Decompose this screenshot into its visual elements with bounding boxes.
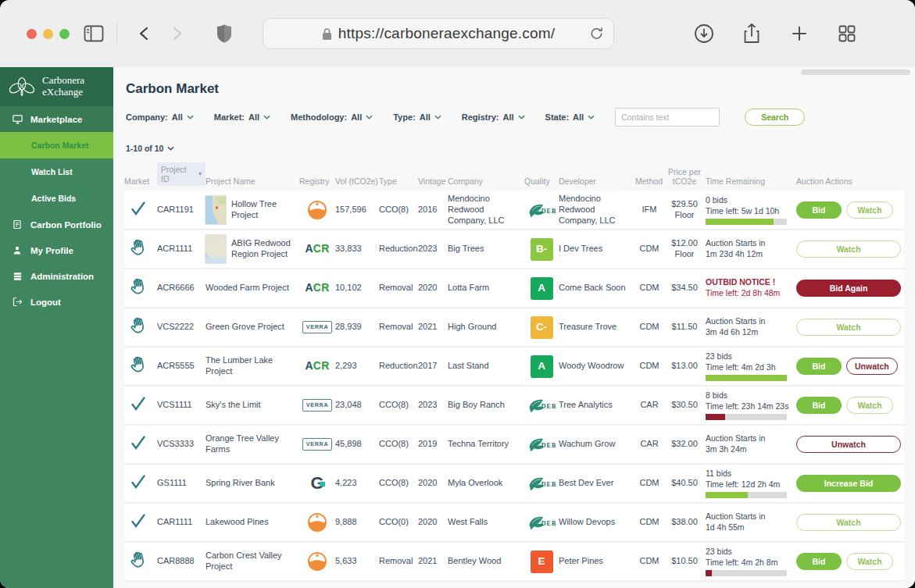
company: Techna Territory (448, 439, 524, 450)
project-id: CAR1191 (157, 205, 206, 216)
back-icon[interactable] (138, 26, 150, 41)
filter-type[interactable]: Type:All (393, 112, 441, 122)
unwatch-button[interactable]: Unwatch (846, 358, 898, 375)
hand-icon (127, 354, 149, 376)
column-header-price-per-tco2e[interactable]: Price per tCO2e (663, 167, 706, 186)
filter-state[interactable]: State:All (545, 112, 595, 122)
close-window-icon[interactable] (27, 29, 37, 39)
market-type-icon-cell (124, 472, 157, 494)
column-header-type[interactable]: Type (379, 176, 418, 186)
quality-cell: DEB (524, 436, 559, 453)
volume: 23,048 (335, 400, 379, 411)
shield-icon[interactable] (216, 23, 233, 44)
sidebar-item-my-profile[interactable]: My Profile (0, 237, 113, 263)
registry-logo: VERRA (299, 321, 335, 333)
column-header-market[interactable]: Market (124, 176, 157, 186)
bid-button[interactable]: Bid (796, 397, 842, 414)
column-header-vintage[interactable]: Vintage (418, 176, 448, 186)
time-remaining-cell: OUTBID NOTICE !Time left: 2d 8h 48m (706, 277, 796, 298)
quality-cell: DEB (524, 201, 559, 219)
bid-button[interactable]: Bid (796, 358, 842, 375)
sidebar-item-administration[interactable]: Administration (0, 263, 113, 289)
browser-toolbar: https://carboneraexchange.com/ (0, 0, 915, 67)
column-header-registry[interactable]: Registry (299, 176, 335, 186)
watch-button[interactable]: Watch (796, 514, 901, 531)
unwatch-button[interactable]: Unwatch (796, 436, 901, 453)
lock-icon (322, 27, 332, 41)
table-row: ACR1111ABIG Redwood Region ProjectACR33,… (124, 230, 904, 269)
sidebar-item-active-bids[interactable]: Active Bids (0, 185, 113, 212)
registry-logo: VERRA (299, 438, 335, 451)
column-header-time-remaining[interactable]: Time Remaining (706, 176, 796, 186)
watch-button[interactable]: Watch (846, 201, 893, 219)
watch-button[interactable]: Watch (796, 241, 901, 258)
vintage: 2020 (418, 517, 448, 528)
column-header-quality[interactable]: Quality (524, 176, 559, 186)
vintage: 2017 (418, 361, 448, 372)
increase-bid-button[interactable]: Increase Bid (796, 475, 901, 492)
vintage: 2020 (418, 283, 448, 294)
column-header-company[interactable]: Company (448, 176, 524, 186)
column-header-developer[interactable]: Developer (559, 176, 635, 186)
price-per-tco2e: $29.50Floor (663, 199, 706, 221)
sidebar-item-carbon-portfolio[interactable]: Carbon Portfolio (0, 212, 113, 237)
filter-company[interactable]: Company:All (126, 112, 194, 122)
reload-icon[interactable] (589, 26, 604, 45)
watch-button[interactable]: Watch (846, 553, 893, 570)
developer: Come Back Soon (559, 283, 635, 294)
hand-icon (127, 549, 149, 572)
time-progress-bar (706, 219, 787, 225)
bid-again-button[interactable]: Bid Again (796, 280, 901, 297)
scrollbar[interactable] (801, 69, 910, 75)
pagination-top[interactable]: 1-10 of 10 (126, 144, 904, 153)
volume: 4,223 (335, 478, 379, 489)
filter-bar: Company:AllMarket:AllMethodology:AllType… (126, 108, 904, 127)
column-header-method[interactable]: Method (635, 176, 663, 186)
tab-overview-icon[interactable] (838, 24, 856, 43)
search-input[interactable] (615, 108, 720, 127)
toolbar-divider (116, 22, 117, 45)
project-name-cell: Green Grove Project (206, 322, 299, 333)
zoom-window-icon[interactable] (59, 29, 70, 39)
column-header-project-name[interactable]: Project Name (206, 176, 299, 186)
forward-icon[interactable] (172, 26, 183, 41)
filter-registry[interactable]: Registry:All (462, 112, 525, 122)
time-progress-bar (706, 492, 787, 498)
time-remaining-cell: 23 bidsTime left: 4m 2d 3h (706, 351, 796, 381)
share-icon[interactable] (742, 23, 761, 45)
bid-button[interactable]: Bid (796, 201, 842, 219)
price-per-tco2e: $11.50 (663, 322, 706, 333)
minimize-window-icon[interactable] (43, 29, 53, 39)
download-icon[interactable] (694, 23, 714, 44)
time-line-1: Auction Starts in (706, 433, 796, 444)
watch-button[interactable]: Watch (796, 319, 901, 336)
hand-icon (127, 315, 149, 337)
price-per-tco2e: $38.00 (663, 517, 706, 528)
project-id: GS1111 (157, 478, 206, 489)
project-name: ABIG Redwood Region Project (231, 238, 295, 260)
address-bar[interactable]: https://carboneraexchange.com/ (263, 18, 614, 49)
auction-actions: Watch (796, 241, 904, 258)
project-name: Sky's the Limit (206, 400, 261, 411)
price-per-tco2e: $13.00 (663, 361, 706, 372)
project-name-cell: Spring River Bank (206, 478, 299, 489)
filter-market[interactable]: Market:All (214, 112, 270, 122)
sidebar-item-watch-list[interactable]: Watch List (0, 159, 113, 185)
sidebar-item-carbon-market[interactable]: Carbon Market (0, 132, 113, 159)
quality-deb-logo: DEB (527, 397, 556, 414)
column-header-vol-tco2e-[interactable]: Vol (tCO2e) (335, 176, 379, 186)
sidebar-item-logout[interactable]: Logout (0, 289, 113, 315)
time-remaining-cell: Auction Starts in3m 3h 24m (706, 433, 796, 454)
bid-button[interactable]: Bid (796, 553, 842, 570)
column-header-auction-actions[interactable]: Auction Actions (796, 176, 904, 186)
new-tab-icon[interactable] (791, 25, 808, 42)
watch-button[interactable]: Watch (846, 397, 893, 414)
search-button[interactable]: Search (745, 109, 805, 126)
credit-type: Removal (379, 322, 418, 333)
developer: Best Dev Ever (559, 478, 635, 489)
column-header-project-id[interactable]: Project ID▾ (157, 162, 206, 186)
filter-methodology[interactable]: Methodology:All (291, 112, 373, 122)
filter-value: All (573, 112, 584, 122)
sidebar-toggle-icon[interactable] (84, 25, 104, 42)
sidebar-item-marketplace[interactable]: Marketplace (0, 106, 113, 132)
